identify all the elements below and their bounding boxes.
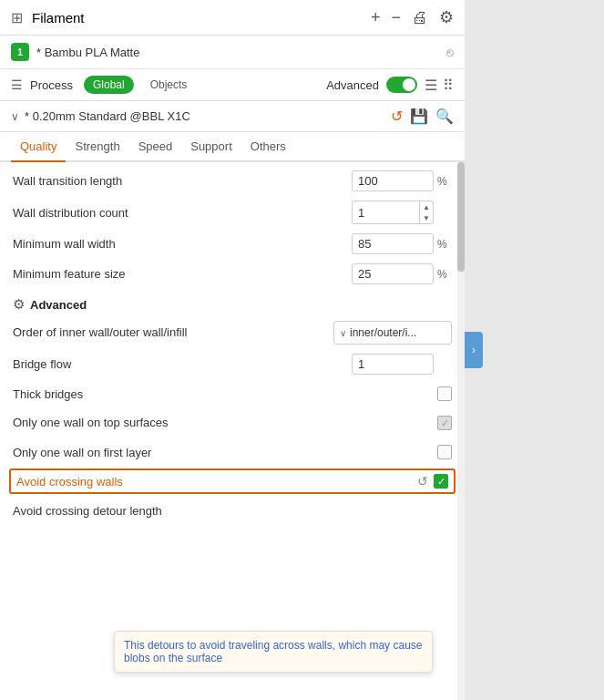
collapse-arrow[interactable]: › [465,332,483,368]
preset-search-icon[interactable]: 🔍 [435,108,454,125]
tab-speed[interactable]: Speed [129,132,182,162]
thick-bridges-checkbox[interactable] [437,386,452,401]
filament-row: 1 * Bambu PLA Matte ⎋ [0,36,465,69]
thick-bridges-label: Thick bridges [13,387,437,401]
advanced-toggle-label: Advanced [326,78,379,92]
menu-icon: ⊞ [11,9,23,26]
only-one-wall-first-checkbox[interactable] [437,445,452,459]
only-one-wall-first-label: Only one wall on first layer [13,446,437,459]
list-view-icon[interactable]: ☰ [425,77,437,94]
preset-save-icon[interactable]: 💾 [410,108,428,125]
bridge-flow-label: Bridge flow [13,357,352,371]
process-row: ☰ Process Global Objects Advanced ☰ ⠿ [0,69,465,101]
order-inner-wall-value: ∨ inner/outer/i... [333,321,452,345]
filament-name: * Bambu PLA Matte [36,46,439,59]
minimum-wall-width-value: % [352,233,452,254]
only-one-wall-top-value: ✓ [437,416,452,430]
minimum-wall-width-input[interactable] [352,233,434,254]
avoid-crossing-walls-controls: ↺ ✓ [417,474,448,489]
tab-quality[interactable]: Quality [11,132,66,162]
avoid-crossing-detour-row: Avoid crossing detour length [0,496,465,525]
quality-settings: Wall transition length % Wall distributi… [0,162,465,529]
minimum-feature-size-row: Minimum feature size % [0,259,465,289]
tab-strength[interactable]: Strength [66,132,128,162]
avoid-crossing-walls-checkbox[interactable]: ✓ [434,474,448,489]
minimum-feature-size-unit: % [437,268,452,281]
filament-edit-icon[interactable]: ⎋ [446,46,454,59]
avoid-crossing-reset-icon[interactable]: ↺ [417,474,428,489]
tooltip: This detours to avoid traveling across w… [114,631,433,673]
bridge-flow-row: Bridge flow [0,349,465,379]
add-button[interactable]: + [371,8,381,27]
preset-name: * 0.20mm Standard @BBL X1C [25,109,385,123]
filament-badge: 1 [11,43,29,61]
scroll-thumb[interactable] [457,162,465,272]
header: ⊞ Filament + − 🖨 ⚙ [0,0,465,36]
arrow-icon: › [472,344,476,356]
tab-others[interactable]: Others [241,132,295,162]
avoid-crossing-detour-label: Avoid crossing detour length [13,504,452,518]
spinner-arrows: ▲ ▼ [419,201,433,223]
advanced-title: Advanced [30,298,87,312]
minimum-wall-width-label: Minimum wall width [13,237,352,251]
minimum-feature-size-label: Minimum feature size [13,267,352,281]
remove-button[interactable]: − [391,8,401,27]
minimum-wall-width-unit: % [437,238,452,251]
global-tab-button[interactable]: Global [84,76,134,94]
process-icon: ☰ [11,77,23,92]
process-label: Process [30,78,73,92]
wall-transition-length-input[interactable] [352,170,434,191]
preset-actions: ↺ 💾 🔍 [391,108,454,125]
wall-transition-length-row: Wall transition length % [0,166,465,196]
gear-icon: ⚙ [13,296,25,313]
app-title: Filament [32,10,362,26]
order-inner-wall-row: Order of inner wall/outer wall/infill ∨ … [0,316,465,349]
wall-transition-length-value: % [352,170,452,191]
scrollbar[interactable] [457,162,465,700]
grid-view-icon[interactable]: ⠿ [443,77,454,94]
dropdown-arrow: ∨ [340,328,346,338]
only-one-wall-top-row: Only one wall on top surfaces ✓ [0,408,465,438]
objects-tab-button[interactable]: Objects [141,76,197,94]
spinner-up[interactable]: ▲ [420,201,433,212]
printer-icon[interactable]: 🖨 [412,8,428,27]
wall-distribution-val: 1 [353,206,419,220]
order-inner-wall-option: inner/outer/i... [350,326,416,339]
settings-icon[interactable]: ⚙ [439,7,454,27]
checkbox-check-icon: ✓ [441,417,449,429]
wall-distribution-count-label: Wall distribution count [13,206,352,220]
avoid-crossing-check-icon: ✓ [437,476,445,488]
bridge-flow-value [352,354,452,375]
advanced-toggle[interactable] [386,77,417,93]
tab-support[interactable]: Support [181,132,241,162]
wall-transition-length-unit: % [437,175,452,188]
main-panel: ⊞ Filament + − 🖨 ⚙ 1 * Bambu PLA Matte ⎋… [0,0,465,700]
wall-distribution-spinner[interactable]: 1 ▲ ▼ [352,201,434,224]
avoid-crossing-walls-label: Avoid crossing walls [16,475,417,489]
wall-transition-length-label: Wall transition length [13,174,352,188]
bridge-flow-input[interactable] [352,354,434,375]
minimum-wall-width-row: Minimum wall width % [0,229,465,259]
only-one-wall-top-checkbox[interactable]: ✓ [437,416,452,430]
right-panel: › [465,0,604,700]
only-one-wall-top-label: Only one wall on top surfaces [13,416,437,431]
order-inner-wall-label: Order of inner wall/outer wall/infill [13,325,333,341]
advanced-section-header: ⚙ Advanced [0,289,465,316]
minimum-feature-size-input[interactable] [352,263,434,284]
wall-distribution-count-value: 1 ▲ ▼ [352,201,452,224]
preset-chevron[interactable]: ∨ [11,110,19,123]
spinner-down[interactable]: ▼ [420,212,433,223]
minimum-feature-size-value: % [352,263,452,284]
only-one-wall-first-value [437,445,452,459]
process-icons: ☰ ⠿ [425,77,454,94]
order-inner-wall-dropdown[interactable]: ∨ inner/outer/i... [333,321,452,345]
only-one-wall-first-row: Only one wall on first layer [0,438,465,467]
tabs-row: Quality Strength Speed Support Others [0,132,465,162]
preset-reset-icon[interactable]: ↺ [391,108,403,125]
thick-bridges-row: Thick bridges [0,379,465,408]
header-actions: + − 🖨 ⚙ [371,7,454,27]
tooltip-text: This detours to avoid traveling across w… [124,639,422,664]
thick-bridges-value [437,386,452,401]
content-area: Wall transition length % Wall distributi… [0,162,465,700]
avoid-crossing-walls-row: Avoid crossing walls ↺ ✓ [9,468,456,494]
